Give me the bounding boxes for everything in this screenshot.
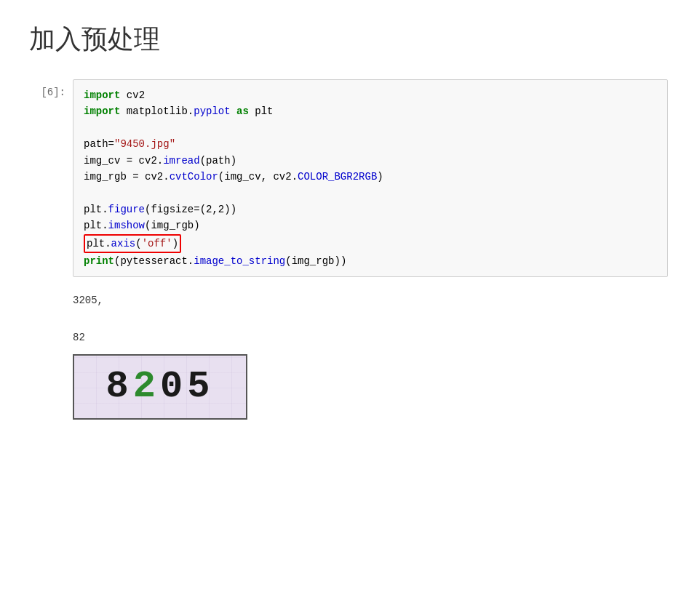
code-line-11: print(pytesseract.image_to_string(img_rg…: [84, 253, 657, 269]
captcha-image: 8205: [73, 354, 247, 420]
digit-3: 0: [160, 365, 187, 408]
cell-label: [6]:: [29, 79, 73, 98]
digit-1: 8: [106, 365, 133, 408]
digit-2: 2: [133, 365, 160, 408]
image-output: 8205: [73, 354, 668, 420]
output-line-1: 3205,: [73, 292, 668, 310]
code-line-1: import cv2: [84, 87, 657, 103]
code-block[interactable]: import cv2 import matplotlib.pyplot as p…: [73, 79, 668, 277]
code-line-6: img_rgb = cv2.cvtColor(img_cv, cv2.COLOR…: [84, 169, 657, 185]
code-line-4: path="9450.jpg": [84, 136, 657, 152]
code-line-2: import matplotlib.pyplot as plt: [84, 103, 657, 119]
captcha-digits: 8205: [106, 365, 215, 408]
output-line-blank: [73, 310, 668, 328]
code-cell: [6]: import cv2 import matplotlib.pyplot…: [29, 79, 668, 277]
code-line-10: plt.axis('off'): [84, 234, 657, 253]
code-line-blank2: [84, 185, 657, 201]
code-line-blank1: [84, 120, 657, 136]
code-line-5: img_cv = cv2.imread(path): [84, 153, 657, 169]
output-line-2: 82: [73, 329, 668, 347]
code-line-8: plt.figure(figsize=(2,2)): [84, 201, 657, 217]
digit-4: 5: [187, 365, 214, 408]
output-area: 3205, 82: [73, 292, 668, 347]
page-title: 加入预处理: [29, 22, 668, 57]
code-line-9: plt.imshow(img_rgb): [84, 217, 657, 233]
